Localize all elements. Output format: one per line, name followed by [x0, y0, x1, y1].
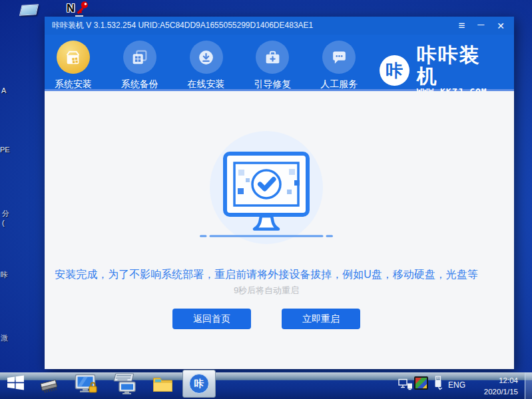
clock-time: 12:04 — [466, 375, 518, 386]
backup-icon — [123, 41, 156, 74]
display-color-tray-icon[interactable] — [414, 376, 428, 390]
monitor-check-illustration — [200, 149, 333, 249]
show-desktop-button[interactable] — [525, 372, 532, 399]
nav-item-system-install[interactable]: 系统安装 — [47, 41, 99, 90]
brand-text: 咔咔装机 WWW.KKZJ.COM — [417, 45, 499, 96]
auto-restart-countdown: 9秒后将自动重启 — [45, 285, 488, 297]
password-key-icon-letter: N — [67, 2, 75, 15]
toolbox-repair-icon — [256, 41, 289, 74]
desktop-icon-label-fragment[interactable]: 分 — [2, 209, 9, 219]
desktop-icon-label-fragment[interactable]: PE — [0, 146, 10, 154]
content-area: 安装完成，为了不影响系统部署，重启前请将外接设备拔掉，例如U盘，移动硬盘，光盘等… — [45, 91, 514, 367]
kaka-taskbar-logo-icon: 咔 — [189, 374, 209, 394]
nav-bar: 系统安装 系统备份 — [45, 35, 514, 91]
kaka-logo-icon: 咔 — [380, 55, 409, 86]
nav-item-boot-repair[interactable]: 引导修复 — [246, 41, 298, 90]
brand-logo: 咔 咔咔装机 WWW.KKZJ.COM — [380, 45, 499, 96]
clock-date: 2020/1/15 — [466, 386, 518, 398]
return-home-button[interactable]: 返回首页 — [172, 309, 251, 329]
restart-now-button[interactable]: 立即重启 — [282, 309, 360, 329]
nav-item-label: 系统备份 — [121, 78, 158, 90]
install-box-icon — [57, 41, 90, 74]
nav-item-online-install[interactable]: 在线安装 — [180, 41, 232, 90]
online-download-icon — [190, 41, 223, 74]
window-controls: ≡ ─ ✕ — [458, 20, 505, 31]
chat-service-icon — [322, 41, 356, 74]
language-indicator[interactable]: ENG — [448, 380, 465, 390]
password-key-desktop-icon[interactable]: N — [67, 1, 92, 17]
start-button[interactable] — [7, 374, 25, 391]
kaka-installer-window: 咔咔装机 V 3.1.532.254 URID:A5C84DD9A1655055… — [45, 17, 514, 369]
desktop-icon-label-fragment[interactable]: A — [1, 86, 6, 94]
clock[interactable]: 12:04 2020/1/15 — [466, 375, 518, 397]
red-key-icon — [75, 1, 89, 15]
desktop-icon-label-fragment[interactable]: 咔 — [1, 270, 8, 280]
taskbar: 咔 ENG 12:04 2020/1/15 — [0, 372, 532, 399]
close-button[interactable]: ✕ — [497, 21, 505, 31]
action-buttons: 返回首页 立即重启 — [45, 309, 488, 329]
nav-item-label: 系统安装 — [55, 78, 92, 90]
network-tray-icon[interactable] — [398, 378, 413, 393]
window-titlebar: 咔咔装机 V 3.1.532.254 URID:A5C84DD9A1655055… — [45, 17, 514, 35]
file-explorer-taskbar-icon[interactable] — [152, 374, 173, 396]
desktop-icon-label-fragment[interactable]: ( — [2, 219, 5, 227]
desktop-icon-label-fragment[interactable]: 溦 — [1, 333, 8, 343]
brand-name: 咔咔装机 — [417, 45, 499, 86]
completion-message: 安装完成，为了不影响系统部署，重启前请将外接设备拔掉，例如U盘，移动硬盘，光盘等 — [45, 268, 488, 282]
kaka-installer-taskbar-button[interactable]: 咔 — [182, 370, 216, 398]
desktop: N A PE 分 ( 咔 溦 咔咔装机 V 3.1.532.254 URID:A… — [0, 0, 532, 399]
memory-chip-taskbar-icon[interactable] — [39, 378, 60, 396]
usb-device-tray-icon[interactable] — [433, 376, 443, 393]
nav-item-system-backup[interactable]: 系统备份 — [114, 41, 166, 90]
nav-item-label: 引导修复 — [254, 78, 291, 90]
nav-item-label: 人工服务 — [320, 78, 358, 90]
minimize-button[interactable]: ─ — [477, 20, 484, 29]
laptop-desktop-icon[interactable] — [19, 4, 39, 15]
nav-item-label: 在线安装 — [188, 78, 225, 90]
computer-keyboard-taskbar-icon[interactable] — [112, 373, 137, 397]
window-title: 咔咔装机 V 3.1.532.254 URID:A5C84DD9A1655055… — [52, 20, 313, 31]
remote-lock-taskbar-icon[interactable] — [75, 374, 98, 397]
menu-button[interactable]: ≡ — [458, 20, 465, 31]
nav-item-manual-service[interactable]: 人工服务 — [313, 41, 365, 90]
